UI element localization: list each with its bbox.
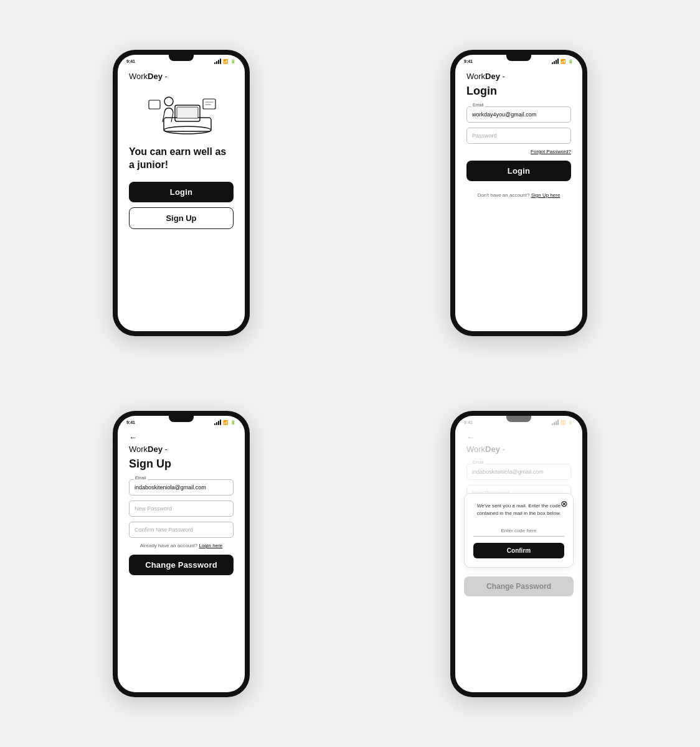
status-time-3: 9:41: [126, 420, 135, 425]
app-grid: 9:41 📶 🔋 WorkDey -: [0, 0, 700, 747]
welcome-signup-button[interactable]: Sign Up: [129, 207, 234, 229]
signup-newpassword-input[interactable]: [129, 500, 234, 517]
status-time-1: 9:41: [126, 59, 135, 63]
signup-confirmpassword-input[interactable]: [129, 522, 234, 538]
forgot-password-link[interactable]: Forgot Password?: [466, 149, 571, 154]
login-button[interactable]: Login: [466, 161, 571, 181]
status-icons-2: 📶 🔋: [552, 59, 574, 64]
phone-welcome: 9:41 📶 🔋 WorkDey -: [113, 50, 250, 336]
svg-rect-3: [177, 107, 198, 118]
login-title: Login: [466, 85, 571, 98]
svg-point-0: [164, 126, 211, 134]
status-icons-3: 📶 🔋: [214, 420, 236, 425]
phone-signup: 9:41 📶 🔋 ← WorkDey - Sign Up: [113, 411, 250, 697]
modal-message: We've sent you a mail. Enter the code co…: [473, 502, 564, 517]
modal-close-button[interactable]: ⊗: [560, 499, 568, 509]
tagline: You can earn well as a junior!: [129, 146, 234, 172]
signup-email-label: Email: [134, 476, 148, 480]
svg-point-4: [164, 97, 173, 106]
hero-illustration: [129, 85, 234, 141]
status-time-2: 9:41: [464, 59, 473, 63]
brand-3: WorkDey -: [129, 444, 234, 454]
signup-email-input[interactable]: [129, 479, 234, 496]
brand-1: WorkDey -: [129, 72, 234, 81]
phone-login: 9:41 📶 🔋 WorkDey - Login: [450, 50, 587, 336]
login-here-link-3[interactable]: Login here: [199, 543, 222, 548]
welcome-login-button[interactable]: Login: [129, 182, 234, 202]
code-input[interactable]: [473, 525, 564, 537]
brand-2: WorkDey -: [466, 72, 571, 81]
change-password-button-disabled: Change Password: [464, 576, 574, 596]
email-field-wrap: Email: [466, 106, 571, 123]
status-icons-1: 📶 🔋: [214, 59, 236, 64]
signup-here-link[interactable]: Sign Up here: [531, 192, 560, 198]
no-account-text: Don't have an account? Sign Up here: [466, 192, 571, 198]
signup-title: Sign Up: [129, 458, 234, 471]
confirm-button[interactable]: Confirm: [473, 543, 564, 558]
change-password-button-3[interactable]: Change Password: [129, 555, 234, 575]
svg-rect-5: [149, 100, 160, 109]
phone-verify: 9:41 📶 🔋 ← WorkDey -: [450, 411, 587, 697]
back-arrow-3[interactable]: ←: [129, 433, 137, 442]
signup-confirmpassword-field-wrap: [129, 522, 234, 538]
email-label: Email: [471, 103, 485, 107]
password-field-wrap: [466, 128, 571, 144]
svg-rect-8: [205, 104, 211, 105]
signup-email-field-wrap: Email: [129, 479, 234, 496]
svg-rect-1: [164, 118, 211, 131]
login-email-input[interactable]: [466, 106, 571, 123]
svg-rect-7: [205, 101, 214, 103]
verify-modal-overlay: ⊗ We've sent you a mail. Enter the code …: [455, 416, 582, 692]
verify-modal-card: ⊗ We've sent you a mail. Enter the code …: [464, 493, 574, 568]
login-password-input[interactable]: [466, 128, 571, 144]
already-have-account: Already have an account? Login here: [129, 543, 234, 548]
signup-newpassword-field-wrap: [129, 500, 234, 517]
